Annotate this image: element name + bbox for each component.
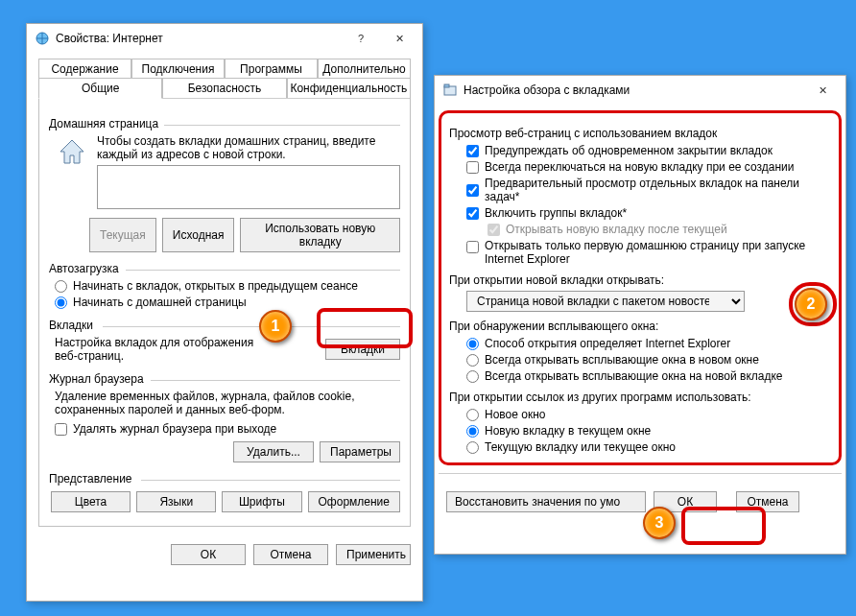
home-desc-1: Чтобы создать вкладки домашних страниц, …	[97, 134, 400, 148]
tab-row-1: Содержание Подключения Программы Дополни…	[38, 59, 411, 79]
colors-button[interactable]: Цвета	[51, 491, 131, 512]
home-desc-2: каждый из адресов с новой строки.	[97, 148, 400, 161]
links-current-radio[interactable]: Текущую вкладку или текущее окно	[466, 440, 831, 454]
home-group-label: Домашняя страница	[49, 117, 400, 130]
win1-apply-button[interactable]: Применить	[336, 544, 411, 565]
first-home-only-check[interactable]: Открывать только первую домашнюю страниц…	[466, 239, 831, 266]
sec3-label: При обнаружении всплывающего окна:	[449, 320, 831, 333]
history-delete-button[interactable]: Удалить...	[233, 441, 314, 462]
window-title: Свойства: Интернет	[56, 32, 342, 45]
tabs-desc-1: Настройка вкладок для отображения	[55, 336, 253, 349]
appearance-group-label: Представление	[49, 472, 400, 486]
sec4-label: При открытии ссылок из других программ и…	[449, 391, 831, 404]
home-newtab-button[interactable]: Использовать новую вкладку	[240, 218, 400, 252]
home-default-button[interactable]: Исходная	[162, 218, 235, 252]
svg-marker-1	[60, 140, 83, 163]
languages-button[interactable]: Языки	[136, 491, 216, 512]
win1-ok-button[interactable]: ОК	[171, 544, 246, 565]
startup-home-radio[interactable]: Начинать с домашней страницы	[55, 296, 400, 309]
popup-new-tab-radio[interactable]: Всегда открывать всплывающие окна на нов…	[466, 369, 831, 383]
close-button[interactable]: ✕	[803, 77, 842, 104]
history-group-label: Журнал браузера	[49, 372, 400, 386]
win1-cancel-button[interactable]: Отмена	[253, 544, 328, 565]
switch-new-tab-check[interactable]: Всегда переключаться на новую вкладку пр…	[466, 160, 831, 174]
restore-defaults-button[interactable]: Восстановить значения по умо	[446, 491, 646, 512]
home-icon	[55, 134, 89, 169]
tabs-desc-2: веб-страниц.	[55, 349, 253, 363]
tabs-button[interactable]: Вкладки	[325, 339, 400, 360]
accessibility-button[interactable]: Оформление	[308, 491, 400, 512]
home-url-textarea[interactable]	[97, 165, 400, 209]
links-new-tab-radio[interactable]: Новую вкладку в текущем окне	[466, 424, 831, 438]
tab-advanced[interactable]: Дополнительно	[318, 59, 411, 79]
popup-new-window-radio[interactable]: Всегда открывать всплывающие окна в ново…	[466, 353, 831, 367]
tab-content[interactable]: Содержание	[38, 59, 131, 79]
tab-general[interactable]: Общие	[38, 78, 162, 99]
open-next-to-check: Открывать новую вкладку после текущей	[487, 223, 831, 236]
sec2-label: При открытии новой вкладки открывать:	[449, 273, 831, 287]
links-new-window-radio[interactable]: Новое окно	[466, 408, 831, 421]
warn-close-check[interactable]: Предупреждать об одновременном закрытии …	[466, 144, 831, 157]
startup-group-label: Автозагрузка	[49, 262, 400, 275]
help-button[interactable]: ?	[342, 25, 380, 52]
close-button[interactable]: ✕	[380, 25, 418, 52]
startup-last-session-radio[interactable]: Начинать с вкладок, открытых в предыдуще…	[55, 279, 400, 293]
tabs-group-label: Вкладки	[49, 319, 400, 332]
tab-connections[interactable]: Подключения	[131, 59, 225, 79]
highlight-outline: Просмотр веб-страниц с использованием вк…	[439, 110, 842, 465]
win2-ok-button[interactable]: ОК	[654, 491, 717, 512]
tab-programs[interactable]: Программы	[225, 59, 318, 79]
window-title: Настройка обзора с вкладками	[464, 83, 803, 97]
tab-security[interactable]: Безопасность	[162, 78, 286, 98]
popup-ie-decide-radio[interactable]: Способ открытия определяет Internet Expl…	[466, 337, 831, 350]
svg-rect-3	[444, 84, 449, 87]
tab-row-2: Общие Безопасность Конфиденциальность	[38, 78, 411, 99]
tab-privacy[interactable]: Конфиденциальность	[287, 78, 411, 98]
history-desc-2: сохраненных паролей и данных веб-форм.	[55, 403, 400, 416]
sec1-label: Просмотр веб-страниц с использованием вк…	[449, 127, 831, 140]
tab-groups-check[interactable]: Включить группы вкладок*	[466, 206, 831, 220]
home-current-button: Текущая	[89, 218, 156, 252]
titlebar: Настройка обзора с вкладками ✕	[435, 76, 845, 105]
win2-cancel-button[interactable]: Отмена	[736, 491, 799, 512]
fonts-button[interactable]: Шрифты	[222, 491, 301, 512]
tabs-settings-icon	[442, 83, 458, 98]
taskbar-preview-check[interactable]: Предварительный просмотр отдельных вклад…	[466, 177, 831, 203]
history-settings-button[interactable]: Параметры	[320, 441, 400, 462]
history-desc-1: Удаление временных файлов, журнала, файл…	[55, 390, 400, 403]
history-delete-on-exit-check[interactable]: Удалять журнал браузера при выходе	[55, 422, 400, 436]
titlebar: Свойства: Интернет ? ✕	[27, 24, 422, 53]
new-tab-page-select[interactable]: Страница новой вкладки с пакетом новосте…	[466, 291, 745, 312]
internet-options-icon	[35, 31, 50, 46]
